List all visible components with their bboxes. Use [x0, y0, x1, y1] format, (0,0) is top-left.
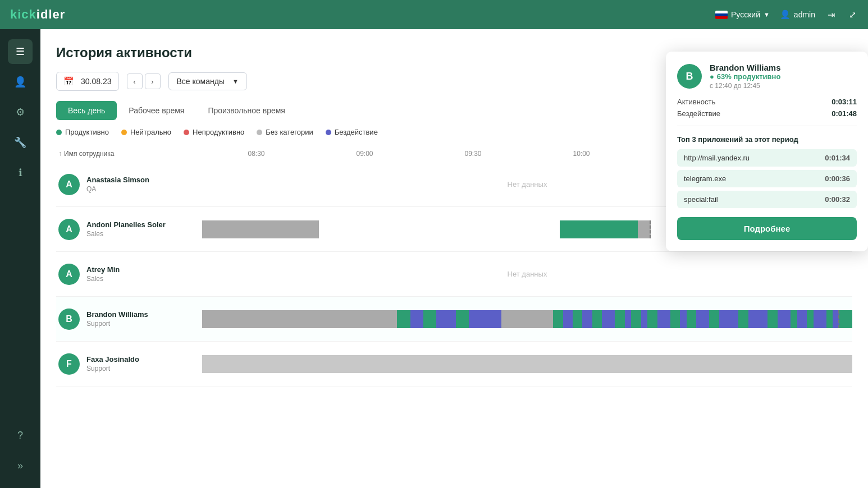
- sidebar-item-users[interactable]: 👤: [8, 70, 33, 94]
- team-label: Все команды: [177, 77, 225, 86]
- bar-seg-g1: [397, 310, 410, 328]
- time-label-0830: 08:30: [202, 150, 310, 158]
- no-category-label: Без категории: [266, 128, 313, 136]
- sidebar-bottom: ? »: [8, 423, 33, 478]
- no-data-label: Нет данных: [508, 270, 547, 278]
- bar-seg-p3: [469, 310, 482, 328]
- bar-seg-g8: [615, 310, 624, 328]
- date-navigation: ‹ ›: [127, 73, 161, 89]
- sidebar-item-menu[interactable]: ☰: [8, 39, 33, 64]
- logo-idler: idler: [36, 7, 65, 21]
- bar-seg-p18: [797, 310, 807, 328]
- bar-seg-p17: [778, 310, 791, 328]
- timeline-bar-brandon[interactable]: [202, 297, 852, 341]
- neutral-label: Нейтрально: [130, 128, 171, 136]
- employee-details: Faxa Josinaldo Support: [86, 355, 139, 372]
- detail-button[interactable]: Подробнее: [677, 217, 857, 240]
- app-name-2: special:fail: [684, 195, 718, 204]
- popup-app-row-0: http://mail.yandex.ru 0:01:34: [677, 149, 857, 167]
- employee-info-faxa: F Faxa Josinaldo Support: [56, 353, 202, 375]
- bar-seg-g9: [631, 310, 641, 328]
- unproductive-dot: [184, 130, 189, 135]
- tab-work-time[interactable]: Рабочее время: [117, 101, 196, 120]
- gear-icon: ⚙: [16, 106, 25, 118]
- legend-unproductive: Непродуктивно: [184, 128, 244, 136]
- activity-value: 0:03:11: [832, 98, 857, 106]
- legend-no-category: Без категории: [257, 128, 313, 136]
- employee-info-atrey: A Atrey Min Sales: [56, 264, 202, 285]
- sidebar-item-expand[interactable]: »: [8, 453, 33, 478]
- flag-icon: [715, 11, 728, 19]
- expand-icon[interactable]: ⤢: [847, 9, 858, 20]
- neutral-dot: [121, 130, 127, 135]
- bar-container: [202, 310, 852, 328]
- employee-details: Anastasia Simson QA: [86, 176, 149, 193]
- bar-seg-p16: [755, 310, 768, 328]
- sort-arrow-icon: ↑: [58, 150, 62, 158]
- avatar: F: [58, 353, 80, 375]
- bar-seg-g19: [839, 310, 852, 328]
- bar-seg-p2: [436, 310, 456, 328]
- productive-label: Продуктивно: [65, 128, 109, 136]
- language-label: Русский: [731, 10, 760, 19]
- popup-stats: Активность 0:03:11 Бездействие 0:01:48: [677, 98, 857, 126]
- sidebar-item-info[interactable]: ℹ: [8, 160, 33, 185]
- popup-app-row-2: special:fail 0:00:32: [677, 191, 857, 208]
- popup-app-row-1: telegram.exe 0:00:36: [677, 170, 857, 187]
- sidebar-item-tools[interactable]: 🔧: [8, 130, 33, 155]
- bar-seg-p5: [563, 310, 573, 328]
- table-row[interactable]: B Brandon Williams Support: [56, 297, 852, 342]
- logo-kick: kick: [10, 7, 36, 21]
- employee-dept: Sales: [86, 275, 120, 283]
- app-time-2: 0:00:32: [825, 195, 850, 204]
- employee-name: Andoni Planelles Soler: [86, 220, 166, 229]
- tab-custom-time[interactable]: Произвольное время: [196, 101, 297, 120]
- employee-info-andoni: A Andoni Planelles Soler Sales: [56, 219, 202, 240]
- employee-details: Brandon Williams Support: [86, 310, 148, 328]
- employee-info-brandon: B Brandon Williams Support: [56, 309, 202, 330]
- activity-label: Активность: [677, 98, 715, 106]
- legend-neutral: Нейтрально: [121, 128, 171, 136]
- date-value: 30.08.23: [81, 77, 112, 86]
- bar-seg-g10: [647, 310, 657, 328]
- time-label-0900: 09:00: [310, 150, 419, 158]
- employee-info-anastasia: A Anastasia Simson QA: [56, 174, 202, 195]
- calendar-icon: 📅: [63, 76, 74, 86]
- popup-header: B Brandon Williams 63% продуктивно с 12:…: [677, 63, 857, 90]
- avatar: A: [58, 219, 80, 240]
- popup-avatar: B: [677, 64, 702, 89]
- time-label-1000: 10:00: [527, 150, 636, 158]
- bar-seg-p8: [625, 310, 632, 328]
- date-picker[interactable]: 📅 30.08.23: [56, 72, 119, 91]
- avatar: A: [58, 264, 80, 285]
- bar-seg-g14: [738, 310, 748, 328]
- user-icon: 👤: [780, 10, 791, 20]
- time-label-0930: 09:30: [419, 150, 527, 158]
- chevron-down-icon: ▼: [232, 78, 239, 85]
- bar-seg-p1: [410, 310, 423, 328]
- date-prev-button[interactable]: ‹: [127, 73, 143, 89]
- table-row: F Faxa Josinaldo Support: [56, 342, 852, 386]
- language-selector[interactable]: Русский ▼: [715, 10, 770, 19]
- employee-name: Anastasia Simson: [86, 176, 149, 184]
- popup-stat-activity: Активность 0:03:11: [677, 98, 857, 106]
- sidebar-item-help[interactable]: ?: [8, 423, 33, 448]
- popup-time: с 12:40 до 12:45: [710, 82, 781, 90]
- employee-details: Atrey Min Sales: [86, 265, 120, 283]
- bar-seg-g17: [807, 310, 814, 328]
- user-menu[interactable]: 👤 admin: [780, 10, 815, 20]
- timeline-bar-faxa[interactable]: [202, 342, 852, 386]
- bar-seg-g2: [423, 310, 436, 328]
- bar-seg-g7: [592, 310, 602, 328]
- logout-icon[interactable]: ⇥: [825, 9, 837, 20]
- date-next-button[interactable]: ›: [145, 73, 161, 89]
- no-category-dot: [257, 130, 262, 135]
- idle-dot: [326, 130, 331, 135]
- tab-all-day[interactable]: Весь день: [56, 101, 117, 120]
- team-selector[interactable]: Все команды ▼: [168, 72, 247, 90]
- timeline-bar-atrey[interactable]: Нет данных: [202, 252, 852, 296]
- menu-icon: ☰: [16, 45, 25, 58]
- bar-seg-p11: [680, 310, 687, 328]
- no-data-label: Нет данных: [508, 180, 547, 188]
- sidebar-item-settings[interactable]: ⚙: [8, 100, 33, 125]
